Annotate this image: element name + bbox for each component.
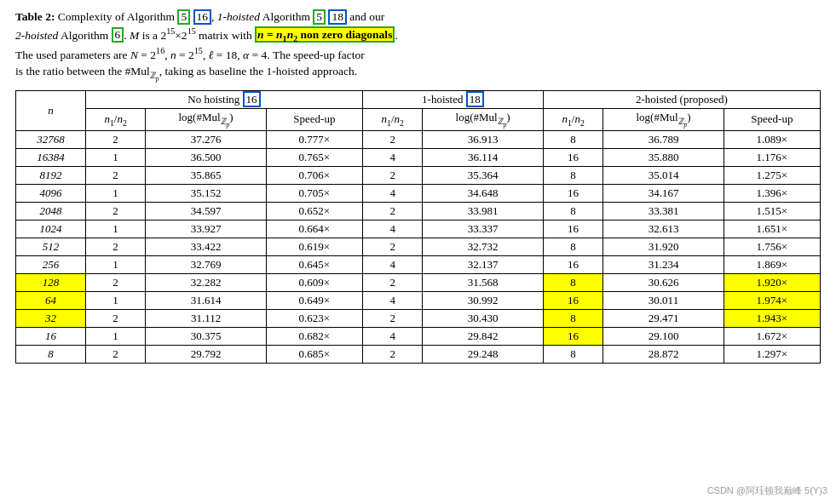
table-cell: 2	[85, 345, 145, 363]
caption-1hoisted-label: 1-hoisted	[217, 10, 260, 23]
table-cell: 29.842	[423, 327, 543, 345]
table-cell: 32.769	[146, 255, 266, 273]
table-row: 256132.7690.645×432.1371631.2341.869×	[16, 255, 821, 273]
table-cell: 0.649×	[266, 291, 362, 309]
table-cell: 30.375	[146, 327, 266, 345]
table-sub-header-row: n1/n2log(#Mulℤp)Speed-upn1/n2log(#Mulℤp)…	[16, 109, 821, 131]
table-cell: 31.920	[603, 238, 724, 255]
table-cell: 1.672×	[724, 327, 820, 345]
col-h2-n1n2: n1/n2	[543, 109, 602, 131]
table-cell: 1	[85, 291, 145, 309]
table-cell: 0.685×	[266, 345, 362, 363]
table-cell: 8	[543, 273, 602, 291]
table-cell: 4	[363, 327, 423, 345]
col-h2-log: log(#Mulℤp)	[603, 109, 724, 131]
table-cell: 0.765×	[266, 148, 362, 166]
table-cell: 2	[85, 166, 145, 184]
table-cell: 1	[85, 184, 145, 202]
caption-n-highlight: n = n1n2 non zero diagonals	[255, 26, 395, 43]
table-row: 8229.7920.685×229.248828.8721.297×	[16, 345, 821, 363]
table-cell: 16	[543, 327, 602, 345]
ref-alg6-green: 6	[112, 27, 124, 43]
table-cell: 37.276	[146, 130, 266, 148]
col-nh-log: log(#Mulℤp)	[146, 109, 266, 131]
table-cell: 0.777×	[266, 130, 362, 148]
table-cell: 1.869×	[724, 255, 820, 273]
table-cell: 4	[363, 148, 423, 166]
table-cell: 1.920×	[724, 273, 820, 291]
col-h1-log: log(#Mulℤp)	[423, 109, 543, 131]
table-cell: 31.234	[603, 255, 724, 273]
table-cell: 4	[363, 184, 423, 202]
table-cell: 4096	[16, 184, 86, 202]
table-cell: 0.664×	[266, 220, 362, 238]
table-cell: 0.682×	[266, 327, 362, 345]
table-cell: 36.789	[603, 130, 724, 148]
table-cell: 33.381	[603, 202, 724, 220]
table-cell: 8	[543, 345, 602, 363]
table-cell: 31.568	[423, 273, 543, 291]
complexity-table: nNo hoisting 161-hoisted 182-hoisted (pr…	[15, 90, 821, 364]
table-cell: 34.597	[146, 202, 266, 220]
table-cell: 0.609×	[266, 273, 362, 291]
table-cell: 1.756×	[724, 238, 820, 255]
table-cell: 29.248	[423, 345, 543, 363]
col-h2-speed: Speed-up	[724, 109, 820, 131]
table-cell: 33.422	[146, 238, 266, 255]
table-cell: 16	[16, 327, 86, 345]
table-cell: 0.619×	[266, 238, 362, 255]
table-row: 128232.2820.609×231.568830.6261.920×	[16, 273, 821, 291]
table-cell: 1.651×	[724, 220, 820, 238]
table-cell: 4	[363, 291, 423, 309]
table-cell: 33.337	[423, 220, 543, 238]
table-row: 32231.1120.623×230.430829.4711.943×	[16, 309, 821, 327]
table-cell: 2	[85, 309, 145, 327]
table-cell: 8192	[16, 166, 86, 184]
table-row: 32768237.2760.777×236.913836.7891.089×	[16, 130, 821, 148]
table-cell: 34.167	[603, 184, 724, 202]
ref-18-blue: 18	[328, 9, 347, 25]
table-cell: 8	[16, 345, 86, 363]
ref-alg5-green: 5	[177, 9, 190, 25]
table-cell: 128	[16, 273, 86, 291]
table-cell: 2	[363, 166, 423, 184]
table-cell: 1.396×	[724, 184, 820, 202]
table-cell: 2	[363, 202, 423, 220]
table-cell: 0.652×	[266, 202, 362, 220]
table-row: 1024133.9270.664×433.3371632.6131.651×	[16, 220, 821, 238]
ref-18-table: 18	[466, 91, 484, 107]
table-cell: 34.648	[423, 184, 543, 202]
col-n-label: n	[16, 91, 86, 131]
table-cell: 32	[16, 309, 86, 327]
table-cell: 35.152	[146, 184, 266, 202]
table-cell: 16	[543, 255, 602, 273]
table-cell: 2	[363, 345, 423, 363]
table-cell: 1.275×	[724, 166, 820, 184]
table-cell: 2048	[16, 202, 86, 220]
table-cell: 36.500	[146, 148, 266, 166]
table-cell: 16384	[16, 148, 86, 166]
table-cell: 8	[543, 309, 602, 327]
table-row: 64131.6140.649×430.9921630.0111.974×	[16, 291, 821, 309]
table-cell: 33.927	[146, 220, 266, 238]
table-row: 512233.4220.619×232.732831.9201.756×	[16, 238, 821, 255]
table-cell: 2	[363, 309, 423, 327]
table-cell: 30.011	[603, 291, 724, 309]
table-cell: 31.614	[146, 291, 266, 309]
table-cell: 35.865	[146, 166, 266, 184]
ref-alg5b-green: 5	[313, 9, 326, 25]
table-row: 16130.3750.682×429.8421629.1001.672×	[16, 327, 821, 345]
table-cell: 64	[16, 291, 86, 309]
table-cell: 0.645×	[266, 255, 362, 273]
table-cell: 1024	[16, 220, 86, 238]
caption-matrix-desc: M	[130, 28, 139, 41]
table-cell: 8	[543, 202, 602, 220]
table-row: 2048234.5970.652×233.981833.3811.515×	[16, 202, 821, 220]
table-cell: 512	[16, 238, 86, 255]
table-cell: 35.364	[423, 166, 543, 184]
table-cell: 2	[85, 202, 145, 220]
table-cell: 1.943×	[724, 309, 820, 327]
table-cell: 30.430	[423, 309, 543, 327]
col-group-1hoisted: 1-hoisted 18	[363, 91, 544, 109]
table-cell: 32768	[16, 130, 86, 148]
